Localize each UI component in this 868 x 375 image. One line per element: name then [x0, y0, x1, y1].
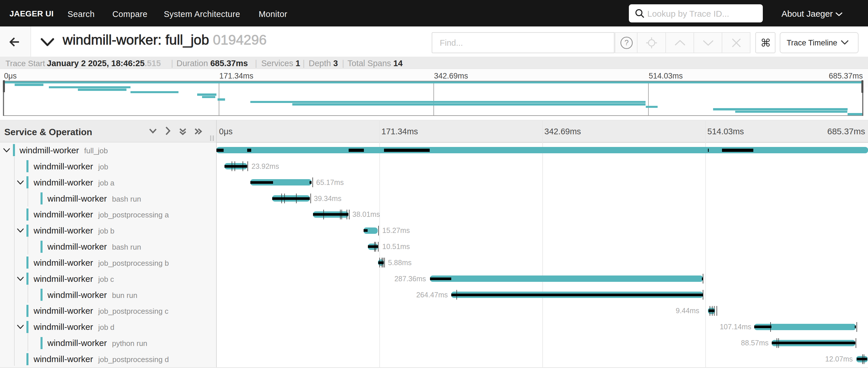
svg-text:?: ? — [625, 38, 628, 47]
